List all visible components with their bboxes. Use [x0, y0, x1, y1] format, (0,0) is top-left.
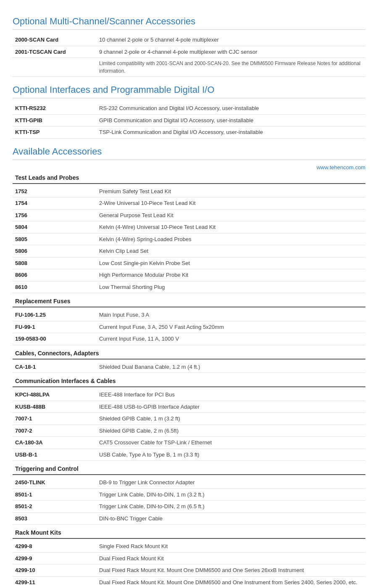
item-code: 7007-1: [13, 413, 97, 425]
divider-interfaces: [13, 98, 365, 98]
item-desc: Dual Fixed Rack Mount Kit: [97, 552, 365, 564]
table-row: 5805Kelvin (4-Wire) Spring-Loaded Probes: [13, 233, 365, 245]
subsection-title: Communication Interfaces & Cables: [13, 375, 365, 387]
subsection-title: Rack Mount Kits: [13, 527, 365, 538]
item-desc: Dual Fixed Rack Mount Kit. Mount One DMM…: [97, 576, 365, 588]
table-row: 4299-11Dual Fixed Rack Mount Kit. Mount …: [13, 576, 365, 588]
table-row: KTTI-RS232RS-232 Communication and Digit…: [13, 102, 365, 114]
item-code: 5805: [13, 233, 97, 245]
item-code: 8501-1: [13, 488, 97, 501]
item-desc: Shielded GPIB Cable, 2 m (6.5ft): [97, 425, 365, 437]
item-desc: IEEE-488 USB-to-GPIB Interface Adapter: [97, 401, 365, 413]
table-row: 5804Kelvin (4-Wire) Universal 10-Piece T…: [13, 221, 365, 234]
table-communication: KPCI-488LPAIEEE-488 Interface for PCI Bu…: [13, 389, 365, 461]
item-code: 159-0583-00: [13, 333, 97, 345]
table-row: 8501-1Trigger Link Cable, DIN-to-DIN, 1 …: [13, 488, 365, 501]
item-desc: Low Thermal Shorting Plug: [97, 281, 365, 293]
item-code: 5808: [13, 257, 97, 269]
item-code: 2001-TCSCAN Card: [13, 46, 97, 58]
item-code: FU-99-1: [13, 321, 97, 333]
subsection-header: Replacement Fuses: [13, 296, 365, 307]
divider-multichannel: [13, 29, 365, 30]
table-row: KTTI-TSPTSP-Link Communication and Digit…: [13, 126, 365, 139]
subsection-header: Rack Mount Kits: [13, 527, 365, 539]
table-row: 8503DIN-to-BNC Trigger Cable: [13, 512, 365, 525]
item-code: KUSB-488B: [13, 401, 97, 413]
item-code: 4299-11: [13, 576, 97, 588]
section-title-multichannel: Optional Multi-Channel/Scanner Accessori…: [13, 16, 365, 27]
subsection-header: Test Leads and Probes: [13, 172, 365, 184]
item-code: 8610: [13, 281, 97, 293]
item-code: KPCI-488LPA: [13, 389, 97, 401]
item-desc: USB Cable, Type A to Type B, 1 m (3.3 ft…: [97, 449, 365, 461]
table-row: CA-18-1Shielded Dual Banana Cable, 1.2 m…: [13, 361, 365, 373]
item-code: 5806: [13, 245, 97, 257]
subsection-title: Triggering and Control: [13, 463, 365, 475]
subsection-title: Cables, Connectors, Adapters: [13, 348, 365, 359]
item-desc: DB-9 to Trigger Link Connector Adapter: [97, 477, 365, 488]
item-code: KTTI-TSP: [13, 126, 97, 139]
table-row: 8606High Performance Modular Probe Kit: [13, 269, 365, 281]
item-code: 4299-8: [13, 541, 97, 552]
table-row: FU-106-1.25Main Input Fuse, 3 A: [13, 309, 365, 321]
multichannel-table: 2000-SCAN Card10 channel 2-pole or 5 cha…: [13, 34, 365, 77]
table-row: KTTI-GPIBGPIB Communication and Digital …: [13, 114, 365, 126]
table-row: 8610Low Thermal Shorting Plug: [13, 281, 365, 293]
table-row: CA-180-3ACAT5 Crossover Cable for TSP-Li…: [13, 437, 365, 449]
item-desc: IEEE-488 Interface for PCI Bus: [97, 389, 365, 401]
table-row: 2450-TLINKDB-9 to Trigger Link Connector…: [13, 477, 365, 488]
item-desc: Premium Safety Test Lead Kit: [97, 186, 365, 197]
item-desc: 9 channel 2-pole or 4-channel 4-pole mul…: [97, 46, 365, 58]
item-code: 8606: [13, 269, 97, 281]
item-desc: CAT5 Crossover Cable for TSP-Link / Ethe…: [97, 437, 365, 449]
table-test-leads: 1752Premium Safety Test Lead Kit17542-Wi…: [13, 186, 365, 294]
item-desc: Kelvin (4-Wire) Spring-Loaded Probes: [97, 233, 365, 245]
item-desc: Low Cost Single-pin Kelvin Probe Set: [97, 257, 365, 269]
item-code: USB-B-1: [13, 449, 97, 461]
table-row: 2001-TCSCAN Card9 channel 2-pole or 4-ch…: [13, 46, 365, 58]
item-desc: 2-Wire Universal 10-Piece Test Lead Kit: [97, 197, 365, 210]
table-triggering: 2450-TLINKDB-9 to Trigger Link Connector…: [13, 477, 365, 525]
item-code: [13, 58, 97, 77]
item-code: KTTI-GPIB: [13, 114, 97, 126]
item-desc: 10 channel 2-pole or 5 channel 4-pole mu…: [97, 34, 365, 46]
section-title-interfaces: Optional Interfaces and Programmable Dig…: [13, 84, 365, 95]
table-row: 1752Premium Safety Test Lead Kit: [13, 186, 365, 197]
item-desc: Single Fixed Rack Mount Kit: [97, 541, 365, 552]
table-cables-connectors: CA-18-1Shielded Dual Banana Cable, 1.2 m…: [13, 361, 365, 373]
item-code: 8503: [13, 512, 97, 525]
item-code: 7007-2: [13, 425, 97, 437]
interfaces-table: KTTI-RS232RS-232 Communication and Digit…: [13, 102, 365, 139]
item-code: CA-180-3A: [13, 437, 97, 449]
table-rack-mount: 4299-8Single Fixed Rack Mount Kit4299-9D…: [13, 541, 365, 588]
table-row: 4299-10Dual Fixed Rack Mount Kit. Mount …: [13, 564, 365, 577]
item-code: 8501-2: [13, 501, 97, 513]
table-row: 1756General Purpose Test Lead Kit: [13, 209, 365, 221]
table-row: USB-B-1USB Cable, Type A to Type B, 1 m …: [13, 449, 365, 461]
table-row: 8501-2Trigger Link Cable, DIN-to-DIN, 2 …: [13, 501, 365, 513]
subsection-header: Cables, Connectors, Adapters: [13, 348, 365, 360]
table-row: KPCI-488LPAIEEE-488 Interface for PCI Bu…: [13, 389, 365, 401]
table-row: 5806Kelvin Clip Lead Set: [13, 245, 365, 257]
subsection-title: Test Leads and Probes: [13, 172, 365, 184]
table-row: 7007-2Shielded GPIB Cable, 2 m (6.5ft): [13, 425, 365, 437]
table-row: 17542-Wire Universal 10-Piece Test Lead …: [13, 197, 365, 210]
item-code: 4299-10: [13, 564, 97, 577]
item-code: CA-18-1: [13, 361, 97, 373]
item-desc: Main Input Fuse, 3 A: [97, 309, 365, 321]
subsection-header: Communication Interfaces & Cables: [13, 375, 365, 387]
item-desc: Limited compatibility with 2001-SCAN and…: [97, 58, 365, 77]
item-desc: RS-232 Communication and Digital I/O Acc…: [97, 102, 365, 114]
item-desc: DIN-to-BNC Trigger Cable: [97, 512, 365, 525]
table-row: 5808Low Cost Single-pin Kelvin Probe Set: [13, 257, 365, 269]
table-row: 4299-8Single Fixed Rack Mount Kit: [13, 541, 365, 552]
table-row: 4299-9Dual Fixed Rack Mount Kit: [13, 552, 365, 564]
table-row: 7007-1Shielded GPIB Cable, 1 m (3.2 ft): [13, 413, 365, 425]
item-desc: High Performance Modular Probe Kit: [97, 269, 365, 281]
item-desc: Trigger Link Cable, DIN-to-DIN, 1 m (3.2…: [97, 488, 365, 501]
divider-available: [13, 160, 365, 160]
item-code: 2450-TLINK: [13, 477, 97, 488]
item-code: FU-106-1.25: [13, 309, 97, 321]
watermark-top: www.tehencom.com: [13, 164, 365, 171]
item-desc: Current Input Fuse, 3 A, 250 V Fast Acti…: [97, 321, 365, 333]
